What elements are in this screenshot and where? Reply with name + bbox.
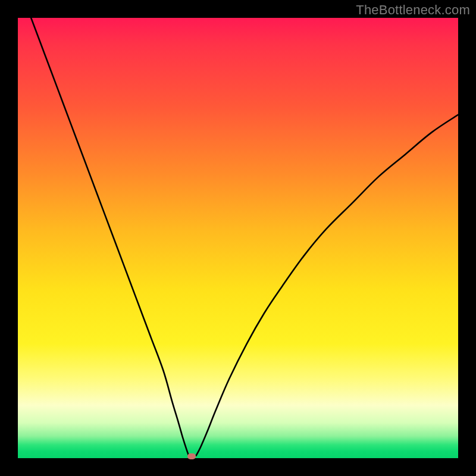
- plot-area: [18, 18, 458, 458]
- curve-left-branch: [31, 18, 189, 456]
- curve-right-branch: [196, 115, 458, 456]
- minimum-marker: [187, 453, 196, 459]
- chart-frame: TheBottleneck.com: [0, 0, 476, 476]
- watermark-text: TheBottleneck.com: [356, 2, 470, 18]
- bottleneck-curve: [18, 18, 458, 458]
